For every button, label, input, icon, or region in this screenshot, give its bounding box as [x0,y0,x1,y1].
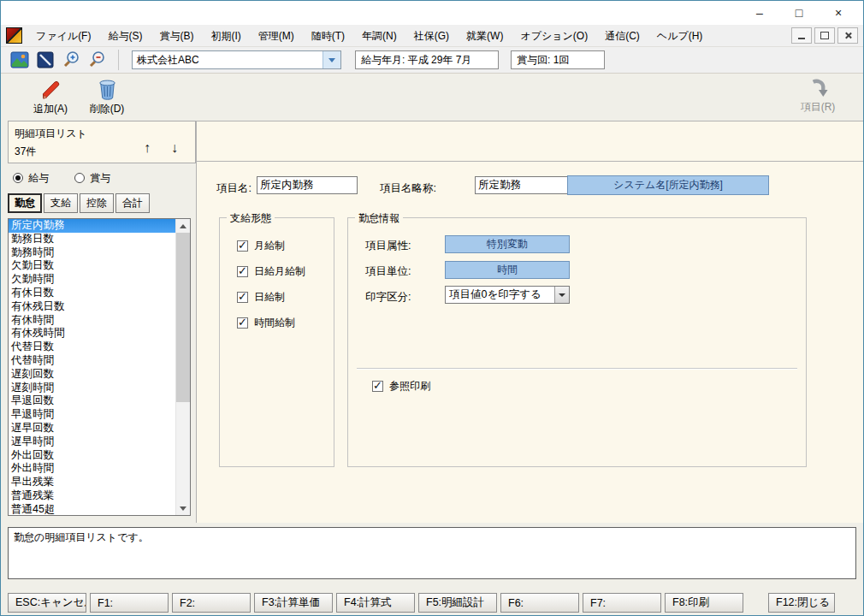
menu-item[interactable]: 管理(M) [250,25,303,47]
menu-item[interactable]: 賞与(B) [151,25,202,47]
system-name-button[interactable]: システム名[所定内勤務] [567,175,769,195]
item-name-label: 項目名: [216,181,252,196]
list-item[interactable]: 遅早回数 [9,422,175,435]
list-item[interactable]: 早退時間 [9,408,175,422]
function-key-button[interactable]: F6: [500,593,579,613]
list-item[interactable]: 有休残日数 [9,300,175,314]
category-tab[interactable]: 合計 [115,193,150,213]
picture-tool-button[interactable] [8,50,32,71]
app-icon [6,27,22,44]
ref-print-label: 参照印刷 [389,379,430,394]
payment-type-checkbox[interactable]: 時間給制 [237,316,295,330]
function-key-button[interactable]: ESC:キャンセル [8,593,86,613]
detail-item-list: 所定内勤務勤務日数勤務時間欠勤日数欠勤時間有休日数有休残日数有休時間有休残時間代… [9,219,175,515]
list-item[interactable]: 普通45超 [9,503,175,515]
menu-item[interactable]: 年調(N) [353,25,405,47]
item-attr-value-button[interactable]: 特別変動 [445,235,570,253]
checkbox-icon [237,266,248,277]
list-item[interactable]: 外出時間 [9,462,175,476]
checkbox-icon [237,292,248,303]
menu-item[interactable]: 社保(G) [405,25,458,47]
delete-button[interactable]: 削除(D) [80,78,133,116]
item-name-input[interactable] [257,176,358,194]
menu-item[interactable]: ヘルプ(H) [648,25,712,47]
payment-type-checkbox[interactable]: 日給月給制 [237,264,305,279]
function-key-button[interactable]: F5:明細設計 [418,593,497,613]
radio-kyuyo[interactable]: 給与 [13,171,49,186]
list-item[interactable]: 遅刻回数 [9,368,175,382]
list-item[interactable]: 早退回数 [9,394,175,408]
list-item[interactable]: 欠勤時間 [9,273,175,287]
bonus-count-value: 賞与回: 1回 [517,53,569,68]
menu-item[interactable]: 給与(S) [99,25,151,47]
company-select[interactable]: 株式会社ABC [132,50,341,69]
add-button[interactable]: 追加(A) [24,78,77,116]
function-key-button[interactable]: F12:閉じる [768,593,835,613]
minimize-button[interactable]: – [740,1,779,25]
scrollbar-thumb[interactable] [176,233,190,402]
list-item[interactable]: 欠勤日数 [9,259,175,273]
menu-item[interactable]: ファイル(F) [27,25,99,47]
mdi-restore-button[interactable] [814,27,835,44]
preview-tool-button[interactable] [33,50,57,71]
toolbar-separator [118,50,119,70]
category-tab[interactable]: 支給 [44,193,78,213]
checkbox-icon [372,381,383,392]
list-item[interactable]: 代替日数 [9,341,175,354]
list-item[interactable]: 遅刻時間 [9,382,175,395]
payment-type-checkbox[interactable]: 日給制 [237,290,285,305]
ref-print-checkbox[interactable]: 参照印刷 [372,379,430,394]
radio-kyuyo-label: 給与 [28,171,49,186]
list-item[interactable]: 早出残業 [9,476,175,489]
move-down-button[interactable]: ↓ [171,140,178,156]
list-item[interactable]: 遅早時間 [9,435,175,449]
detail-list-title: 明細項目リスト [15,127,87,141]
move-up-button[interactable]: ↑ [144,140,151,156]
scroll-up-button[interactable] [176,219,190,233]
function-key-button[interactable]: F7: [583,593,661,613]
payment-type-group: 支給形態 月給制 日給月給制 日給制 [219,217,334,467]
radio-shoyo[interactable]: 賞与 [74,171,110,186]
mdi-close-button[interactable] [837,27,858,44]
zoom-out-tool-button[interactable] [85,50,109,71]
category-tab[interactable]: 控除 [80,193,114,213]
menu-item[interactable]: オプション(O) [512,25,596,47]
close-button[interactable]: × [819,1,858,25]
list-item[interactable]: 勤務時間 [9,246,175,260]
payment-type-group-title: 支給形態 [227,211,275,226]
function-key-button[interactable]: F4:計算式 [336,593,415,613]
bonus-count-field: 賞与回: 1回 [511,50,605,69]
zoom-in-tool-button[interactable] [59,50,83,71]
menu-item[interactable]: 通信(C) [596,25,648,47]
print-class-select[interactable]: 項目値0を印字する [445,286,570,304]
menu-item[interactable]: 初期(I) [202,25,249,47]
list-item[interactable]: 外出回数 [9,449,175,463]
function-key-button[interactable]: F3:計算単価 [254,593,333,613]
category-tab[interactable]: 勤怠 [8,193,42,213]
item-unit-value-button[interactable]: 時間 [445,261,570,279]
list-item[interactable]: 代替時間 [9,354,175,368]
menu-item[interactable]: 随時(T) [303,25,353,47]
radio-icon [13,173,23,183]
company-select-dropdown-button[interactable] [323,51,340,68]
scroll-down-button[interactable] [176,501,190,515]
function-key-button[interactable]: F2: [172,593,251,613]
payment-type-checkbox[interactable]: 月給制 [237,239,285,253]
list-item[interactable]: 所定内勤務 [9,219,175,233]
list-item[interactable]: 有休日数 [9,287,175,300]
menu-item[interactable]: 就業(W) [458,25,512,47]
mdi-minimize-button[interactable] [791,27,812,44]
list-item[interactable]: 普通残業 [9,489,175,503]
function-key-button[interactable]: F8:印刷 [665,593,743,613]
list-item[interactable]: 有休残時間 [9,327,175,341]
print-class-dropdown-button[interactable] [554,287,569,303]
list-item[interactable]: 勤務日数 [9,233,175,246]
maximize-button[interactable]: □ [779,1,819,25]
function-key-button[interactable]: F1: [90,593,169,613]
item-attr-label: 項目属性: [365,239,411,253]
item-abbr-input[interactable] [475,176,569,194]
title-bar: – □ × [1,1,863,25]
list-scrollbar[interactable] [175,219,190,515]
list-item[interactable]: 有休時間 [9,314,175,328]
checkbox-label: 月給制 [254,239,285,253]
